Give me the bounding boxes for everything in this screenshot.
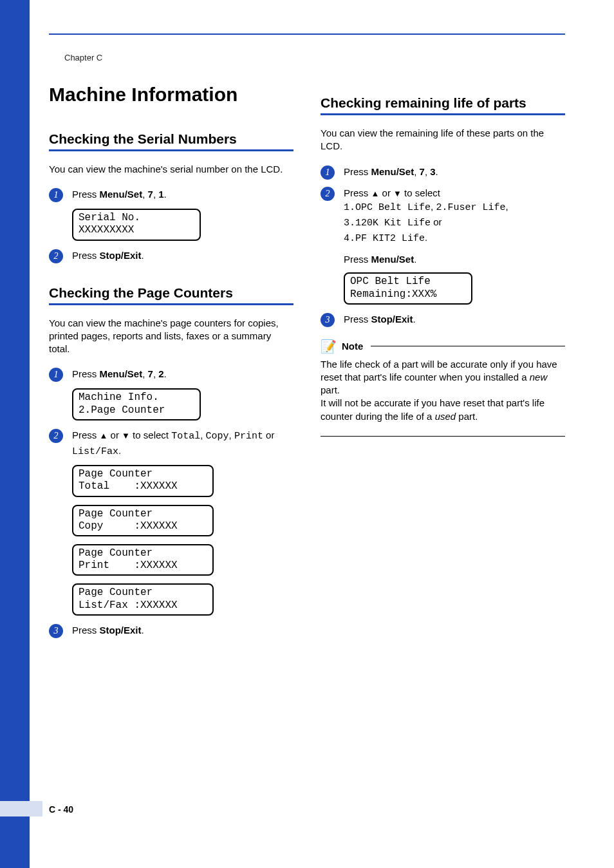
lcd-line: Print :XXXXXX	[79, 560, 178, 571]
step-3: 3 Press Stop/Exit.	[49, 623, 293, 638]
note-rule	[371, 346, 565, 346]
step-1: 1 Press Menu/Set, 7, 2.	[49, 367, 293, 382]
key-name: Stop/Exit	[100, 250, 142, 261]
lcd-option: 1.OPC Belt Life	[344, 202, 431, 213]
text: to select	[402, 187, 440, 198]
step-number-icon: 1	[49, 368, 63, 382]
step-3: 3 Press Stop/Exit.	[321, 312, 565, 327]
step-2: 2 Press ▲ or ▼ to select 1.OPC Belt Life…	[321, 186, 565, 267]
lcd-line: 2.Page Counter	[79, 404, 165, 416]
chapter-label: Chapter C	[64, 53, 102, 62]
note-bottom-rule	[321, 436, 565, 437]
lcd-line: Total :XXXXXX	[79, 480, 178, 492]
text: .	[164, 368, 167, 379]
step-number-icon: 3	[49, 624, 63, 638]
step-text: Press Menu/Set, 7, 1.	[72, 187, 293, 202]
text: It will not be accurate if you have rese…	[321, 397, 544, 421]
text: .	[413, 314, 416, 325]
lcd-line: XXXXXXXXX	[79, 224, 134, 236]
lcd-display: Page Counter Copy :XXXXXX	[72, 505, 214, 536]
step-text: Press Menu/Set, 7, 3.	[344, 165, 565, 179]
lcd-option: List/Fax	[72, 446, 118, 457]
text: .	[118, 445, 121, 456]
text: Press	[72, 250, 100, 261]
key-name: Menu/Set	[371, 166, 414, 177]
text: Press	[72, 189, 100, 200]
lcd-line: Remaining:XXX%	[350, 288, 436, 300]
text: .	[425, 232, 427, 243]
text: ,	[200, 429, 205, 440]
lcd-option: 3.120K Kit Life	[344, 218, 431, 229]
text: .	[164, 189, 167, 200]
text: .	[142, 250, 144, 261]
lcd-display: Serial No. XXXXXXXXX	[72, 209, 201, 240]
key-name: Stop/Exit	[371, 314, 413, 325]
section-page-counters: Checking the Page Counters You can view …	[49, 285, 293, 638]
key-name: 3	[430, 166, 435, 177]
step-text: Press Menu/Set, 7, 2.	[72, 367, 293, 381]
text: ,	[414, 166, 419, 177]
text: or	[107, 429, 122, 440]
key-name: Menu/Set	[371, 254, 414, 265]
lcd-line: Machine Info.	[79, 392, 159, 403]
left-column: Machine Information Checking the Serial …	[49, 84, 293, 660]
text: or	[379, 187, 393, 198]
text: Press	[72, 625, 100, 636]
text: ,	[142, 368, 147, 379]
lcd-option: 4.PF KIT2 Life	[344, 233, 425, 244]
italic-text: used	[435, 411, 456, 422]
key-name: Menu/Set	[100, 189, 143, 200]
text: Press	[72, 429, 100, 440]
step-number-icon: 1	[49, 188, 63, 202]
text: Press	[344, 187, 371, 198]
text: ,	[153, 189, 158, 200]
text: The life check of a part will be accurat…	[321, 359, 557, 382]
lcd-display: Machine Info. 2.Page Counter	[72, 388, 201, 420]
page-number: C - 40	[49, 804, 73, 815]
text: .	[414, 254, 416, 265]
text: ,	[505, 201, 508, 212]
text: .	[436, 166, 438, 177]
key-name: Menu/Set	[100, 368, 143, 379]
lcd-line: List/Fax :XXXXXX	[79, 599, 178, 611]
text: part.	[321, 384, 340, 395]
note-body: The life check of a part will be accurat…	[321, 358, 565, 423]
text: ,	[425, 166, 430, 177]
text: Press	[344, 314, 371, 325]
key-name: Stop/Exit	[100, 625, 142, 636]
lcd-line: Page Counter	[79, 508, 153, 520]
step-text: Press Stop/Exit.	[344, 312, 565, 326]
up-arrow-icon: ▲	[371, 189, 380, 198]
step-text: Press Stop/Exit.	[72, 623, 293, 637]
step-2: 2 Press ▲ or ▼ to select Total, Copy, Pr…	[49, 428, 293, 459]
down-arrow-icon: ▼	[122, 431, 130, 440]
lcd-option: Print	[234, 431, 263, 442]
intro-text: You can view the machine's page counters…	[49, 317, 293, 356]
down-arrow-icon: ▼	[393, 189, 402, 198]
step-number-icon: 2	[49, 249, 63, 263]
lcd-display: Page Counter Total :XXXXXX	[72, 465, 214, 496]
side-margin-bar	[0, 0, 30, 868]
step-number-icon: 1	[321, 165, 335, 180]
lcd-option: Copy	[206, 431, 229, 442]
right-column: Checking remaining life of parts You can…	[321, 84, 565, 660]
subsection-heading: Checking the Serial Numbers	[49, 131, 293, 151]
step-1: 1 Press Menu/Set, 7, 1.	[49, 187, 293, 202]
up-arrow-icon: ▲	[100, 431, 108, 440]
key-name: 7	[420, 166, 425, 177]
note-icon: 📝	[321, 339, 337, 354]
lcd-line: Page Counter	[79, 587, 153, 598]
lcd-line: Page Counter	[79, 468, 153, 480]
section-remaining-life: Checking remaining life of parts You can…	[321, 95, 565, 437]
note-label: Note	[342, 341, 363, 352]
step-text: Press Stop/Exit.	[72, 249, 293, 263]
main-heading: Machine Information	[49, 84, 293, 106]
lcd-display: Page Counter Print :XXXXXX	[72, 544, 214, 576]
key-name: 1	[158, 189, 163, 200]
step-text: Press ▲ or ▼ to select Total, Copy, Prin…	[72, 428, 293, 459]
text: ,	[142, 189, 147, 200]
step-number-icon: 3	[321, 313, 335, 327]
text: or	[263, 429, 275, 440]
subsection-heading: Checking remaining life of parts	[321, 95, 565, 115]
key-name: 2	[158, 368, 163, 379]
